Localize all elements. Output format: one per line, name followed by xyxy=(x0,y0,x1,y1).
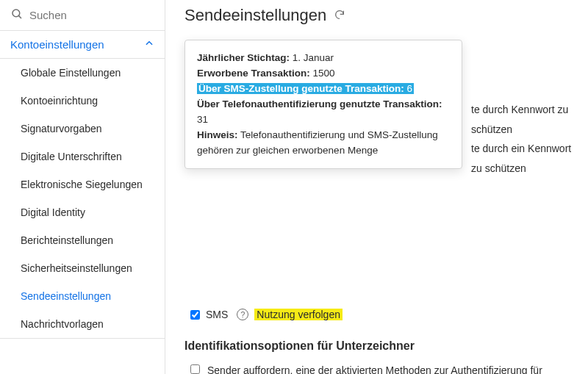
sidebar-item-security-settings[interactable]: Sicherheitseinstellungen xyxy=(0,254,165,282)
search-input[interactable] xyxy=(29,9,154,21)
checkbox-require-method[interactable] xyxy=(190,364,200,374)
sidebar-item-digital-identity[interactable]: Digital Identity xyxy=(0,198,165,226)
sidebar-item-global[interactable]: Globale Einstellungen xyxy=(0,59,165,87)
main-content: Sendeeinstellungen Jährlicher Stichtag: … xyxy=(165,0,588,374)
refresh-icon[interactable] xyxy=(334,6,345,25)
search-icon xyxy=(10,7,24,23)
sidebar-item-account-setup[interactable]: Kontoeinrichtung xyxy=(0,87,165,115)
tooltip-anniversary-value: 1. Januar xyxy=(293,52,334,63)
sidebar-item-signature-defaults[interactable]: Signaturvorgaben xyxy=(0,115,165,143)
sidebar-item-message-templates[interactable]: Nachrichtvorlagen xyxy=(0,310,165,338)
tooltip-note-label: Hinweis: xyxy=(197,129,238,140)
nav-list: Globale Einstellungen Kontoeinrichtung S… xyxy=(0,59,165,339)
tooltip-phone-value: 31 xyxy=(197,114,208,125)
sidebar-item-digital-signatures[interactable]: Digitale Unterschriften xyxy=(0,143,165,170)
usage-tooltip: Jährlicher Stichtag: 1. Januar Erworbene… xyxy=(184,40,462,169)
nav-section-header[interactable]: Kontoeinstellungen xyxy=(0,30,165,59)
option-require-method[interactable]: Sender auffordern, eine der aktivierten … xyxy=(190,363,573,374)
sms-label: SMS xyxy=(206,309,228,320)
partial-text-behind-tooltip: te durch Kennwort zu schützen te durch e… xyxy=(471,100,573,178)
search-field[interactable] xyxy=(0,0,165,30)
section-title-identification: Identifikationsoptionen für Unterzeichne… xyxy=(184,339,573,353)
partial-line-1: te durch Kennwort zu schützen xyxy=(471,100,573,139)
tooltip-phone-label: Über Telefonauthentifizierung genutzte T… xyxy=(197,98,442,109)
option-require-method-label: Sender auffordern, eine der aktivierten … xyxy=(207,363,573,374)
sidebar: Kontoeinstellungen Globale Einstellungen… xyxy=(0,0,165,374)
page-title: Sendeeinstellungen xyxy=(184,0,573,40)
tooltip-anniversary-label: Jährlicher Stichtag: xyxy=(197,52,290,63)
tooltip-sms-highlight: Über SMS-Zustellung genutzte Transaktion… xyxy=(197,83,414,94)
tooltip-sms-value: 6 xyxy=(407,83,413,94)
tooltip-sms-label: Über SMS-Zustellung genutzte Transaktion… xyxy=(198,83,404,94)
page-title-text: Sendeeinstellungen xyxy=(184,6,326,25)
sidebar-item-electronic-seals[interactable]: Elektronische Siegelungen xyxy=(0,170,165,198)
sidebar-item-report-settings[interactable]: Berichteinstellungen xyxy=(0,226,165,254)
partial-line-2: te durch ein Kennwort zu schützen xyxy=(471,139,573,178)
help-icon[interactable]: ? xyxy=(237,309,248,320)
tooltip-purchased-value: 1500 xyxy=(313,68,335,79)
nav-section-title: Kontoeinstellungen xyxy=(10,38,104,51)
tooltip-purchased-label: Erworbene Transaktion: xyxy=(197,68,310,79)
sms-checkbox[interactable] xyxy=(190,310,200,320)
sidebar-item-send-settings[interactable]: Sendeeinstellungen xyxy=(0,282,165,310)
track-usage-link[interactable]: Nutzung verfolgen xyxy=(254,309,343,320)
svg-point-0 xyxy=(12,10,20,17)
svg-line-1 xyxy=(18,15,21,18)
chevron-up-icon xyxy=(144,38,154,51)
sms-option-row: SMS ? Nutzung verfolgen xyxy=(190,309,573,320)
